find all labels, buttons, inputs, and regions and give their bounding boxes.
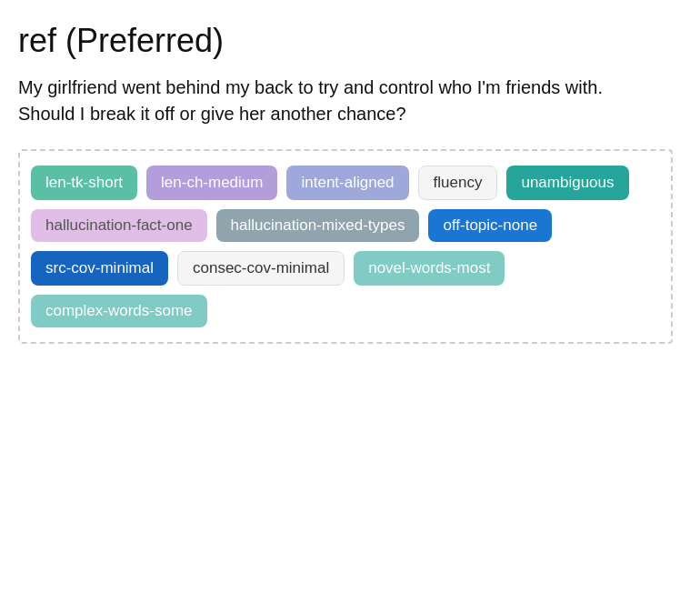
tag-consec-cov-minimal[interactable]: consec-cov-minimal: [177, 251, 345, 286]
tag-novel-words-most[interactable]: novel-words-most: [354, 251, 505, 286]
tag-unambiguous[interactable]: unambiguous: [506, 166, 628, 200]
tag-fluency[interactable]: fluency: [418, 166, 498, 200]
tag-hallucination-mixed-types[interactable]: hallucination-mixed-types: [216, 209, 420, 242]
tag-intent-aligned[interactable]: intent-aligned: [286, 166, 408, 200]
tag-len-ch-medium[interactable]: len-ch-medium: [146, 166, 277, 200]
tag-src-cov-minimal[interactable]: src-cov-minimal: [31, 251, 168, 286]
tag-len-tk-short[interactable]: len-tk-short: [31, 166, 137, 200]
tag-complex-words-some[interactable]: complex-words-some: [31, 295, 207, 327]
tags-container: len-tk-short len-ch-medium intent-aligne…: [18, 149, 673, 344]
tag-hallucination-fact-one[interactable]: hallucination-fact-one: [31, 209, 207, 242]
page-title: ref (Preferred): [18, 22, 682, 60]
tag-off-topic-none[interactable]: off-topic-none: [428, 209, 552, 242]
description-text: My girlfriend went behind my back to try…: [18, 75, 655, 127]
